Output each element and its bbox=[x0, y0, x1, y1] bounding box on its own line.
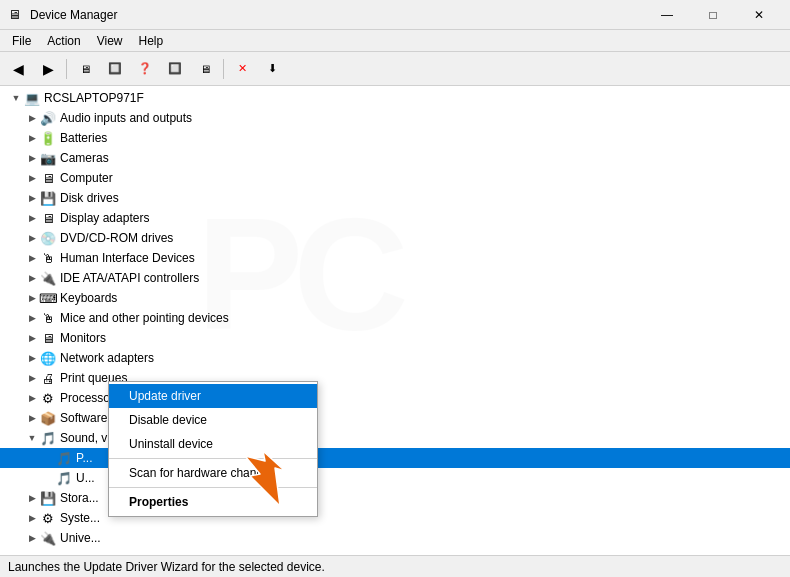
system-expander[interactable]: ▶ bbox=[24, 510, 40, 526]
processors-icon: ⚙ bbox=[40, 390, 56, 406]
main-area: PC ▼ 💻 RCSLAPTOP971F ▶ 🔊 Audio inputs an… bbox=[0, 86, 790, 555]
hid-label: Human Interface Devices bbox=[60, 251, 195, 265]
universal-expander[interactable]: ▶ bbox=[24, 530, 40, 546]
tree-item-monitors[interactable]: ▶ 🖥 Monitors bbox=[0, 328, 790, 348]
tree-item-mice[interactable]: ▶ 🖱 Mice and other pointing devices bbox=[0, 308, 790, 328]
universal-label: Unive... bbox=[60, 531, 101, 545]
print-icon: 🖨 bbox=[40, 370, 56, 386]
context-menu-properties[interactable]: Properties bbox=[109, 490, 317, 514]
cameras-icon: 📷 bbox=[40, 150, 56, 166]
context-menu-scan-hardware[interactable]: Scan for hardware changes bbox=[109, 461, 317, 485]
tree-item-computer[interactable]: ▶ 🖥 Computer bbox=[0, 168, 790, 188]
audio-expander[interactable]: ▶ bbox=[24, 110, 40, 126]
software-expander[interactable]: ▶ bbox=[24, 410, 40, 426]
root-icon: 💻 bbox=[24, 90, 40, 106]
forward-button[interactable]: ▶ bbox=[34, 56, 62, 82]
context-menu-update-driver[interactable]: Update driver bbox=[109, 384, 317, 408]
disable-device-label: Disable device bbox=[129, 413, 207, 427]
ide-expander[interactable]: ▶ bbox=[24, 270, 40, 286]
tree-item-batteries[interactable]: ▶ 🔋 Batteries bbox=[0, 128, 790, 148]
window-controls: — □ ✕ bbox=[644, 0, 782, 30]
menubar: File Action View Help bbox=[0, 30, 790, 52]
tree-item-display[interactable]: ▶ 🖥 Display adapters bbox=[0, 208, 790, 228]
tree-root[interactable]: ▼ 💻 RCSLAPTOP971F bbox=[0, 88, 790, 108]
menu-help[interactable]: Help bbox=[131, 32, 172, 50]
help-button[interactable]: ❓ bbox=[131, 56, 159, 82]
tree-view[interactable]: PC ▼ 💻 RCSLAPTOP971F ▶ 🔊 Audio inputs an… bbox=[0, 86, 790, 555]
display-label: Display adapters bbox=[60, 211, 149, 225]
tree-item-cameras[interactable]: ▶ 📷 Cameras bbox=[0, 148, 790, 168]
storage-expander[interactable]: ▶ bbox=[24, 490, 40, 506]
context-menu: Update driver Disable device Uninstall d… bbox=[108, 381, 318, 517]
computer-label: Computer bbox=[60, 171, 113, 185]
root-expander[interactable]: ▼ bbox=[8, 90, 24, 106]
universal-icon: 🔌 bbox=[40, 530, 56, 546]
statusbar-text: Launches the Update Driver Wizard for th… bbox=[8, 560, 325, 574]
mice-icon: 🖱 bbox=[40, 310, 56, 326]
mice-label: Mice and other pointing devices bbox=[60, 311, 229, 325]
diskdrives-expander[interactable]: ▶ bbox=[24, 190, 40, 206]
print-expander[interactable]: ▶ bbox=[24, 370, 40, 386]
hid-expander[interactable]: ▶ bbox=[24, 250, 40, 266]
network-expander[interactable]: ▶ bbox=[24, 350, 40, 366]
tree-item-ide[interactable]: ▶ 🔌 IDE ATA/ATAPI controllers bbox=[0, 268, 790, 288]
dvd-label: DVD/CD-ROM drives bbox=[60, 231, 173, 245]
display-expander[interactable]: ▶ bbox=[24, 210, 40, 226]
sound-icon: 🎵 bbox=[40, 430, 56, 446]
monitors-icon: 🖥 bbox=[40, 330, 56, 346]
tree-item-universal[interactable]: ▶ 🔌 Unive... bbox=[0, 528, 790, 548]
uninstall-button[interactable]: ✕ bbox=[228, 56, 256, 82]
mice-expander[interactable]: ▶ bbox=[24, 310, 40, 326]
software-icon: 📦 bbox=[40, 410, 56, 426]
root-label: RCSLAPTOP971F bbox=[44, 91, 144, 105]
computer-button[interactable]: 🖥 bbox=[191, 56, 219, 82]
ide-icon: 🔌 bbox=[40, 270, 56, 286]
system-icon: ⚙ bbox=[40, 510, 56, 526]
cameras-label: Cameras bbox=[60, 151, 109, 165]
menu-view[interactable]: View bbox=[89, 32, 131, 50]
device-manager-button[interactable]: 🔲 bbox=[161, 56, 189, 82]
tree-item-network[interactable]: ▶ 🌐 Network adapters bbox=[0, 348, 790, 368]
monitors-expander[interactable]: ▶ bbox=[24, 330, 40, 346]
context-menu-uninstall-device[interactable]: Uninstall device bbox=[109, 432, 317, 456]
back-button[interactable]: ◀ bbox=[4, 56, 32, 82]
cameras-expander[interactable]: ▶ bbox=[24, 150, 40, 166]
tree-item-audio[interactable]: ▶ 🔊 Audio inputs and outputs bbox=[0, 108, 790, 128]
statusbar: Launches the Update Driver Wizard for th… bbox=[0, 555, 790, 577]
tree-item-keyboards[interactable]: ▶ ⌨ Keyboards bbox=[0, 288, 790, 308]
tree-item-hid[interactable]: ▶ 🖱 Human Interface Devices bbox=[0, 248, 790, 268]
dvd-expander[interactable]: ▶ bbox=[24, 230, 40, 246]
minimize-button[interactable]: — bbox=[644, 0, 690, 30]
batteries-expander[interactable]: ▶ bbox=[24, 130, 40, 146]
scan-hardware-label: Scan for hardware changes bbox=[129, 466, 276, 480]
storage-label: Stora... bbox=[60, 491, 99, 505]
maximize-button[interactable]: □ bbox=[690, 0, 736, 30]
sound-p-label: P... bbox=[76, 451, 92, 465]
audio-label: Audio inputs and outputs bbox=[60, 111, 192, 125]
properties-button[interactable]: 🖥 bbox=[71, 56, 99, 82]
computer-expander[interactable]: ▶ bbox=[24, 170, 40, 186]
close-button[interactable]: ✕ bbox=[736, 0, 782, 30]
sound-expander[interactable]: ▼ bbox=[24, 430, 40, 446]
diskdrives-icon: 💾 bbox=[40, 190, 56, 206]
menu-file[interactable]: File bbox=[4, 32, 39, 50]
titlebar: 🖥 Device Manager — □ ✕ bbox=[0, 0, 790, 30]
properties-label: Properties bbox=[129, 495, 188, 509]
network-label: Network adapters bbox=[60, 351, 154, 365]
update-driver-toolbar-button[interactable]: 🔲 bbox=[101, 56, 129, 82]
scan-button[interactable]: ⬇ bbox=[258, 56, 286, 82]
sound-p-expander bbox=[40, 450, 56, 466]
tree-item-dvd[interactable]: ▶ 💿 DVD/CD-ROM drives bbox=[0, 228, 790, 248]
sound-p-icon: 🎵 bbox=[56, 450, 72, 466]
sound-u-expander bbox=[40, 470, 56, 486]
toolbar-sep-2 bbox=[223, 59, 224, 79]
batteries-icon: 🔋 bbox=[40, 130, 56, 146]
context-menu-disable-device[interactable]: Disable device bbox=[109, 408, 317, 432]
tree-item-diskdrives[interactable]: ▶ 💾 Disk drives bbox=[0, 188, 790, 208]
display-icon: 🖥 bbox=[40, 210, 56, 226]
uninstall-device-label: Uninstall device bbox=[129, 437, 213, 451]
sound-u-icon: 🎵 bbox=[56, 470, 72, 486]
menu-action[interactable]: Action bbox=[39, 32, 88, 50]
processors-expander[interactable]: ▶ bbox=[24, 390, 40, 406]
app-icon: 🖥 bbox=[8, 7, 24, 23]
